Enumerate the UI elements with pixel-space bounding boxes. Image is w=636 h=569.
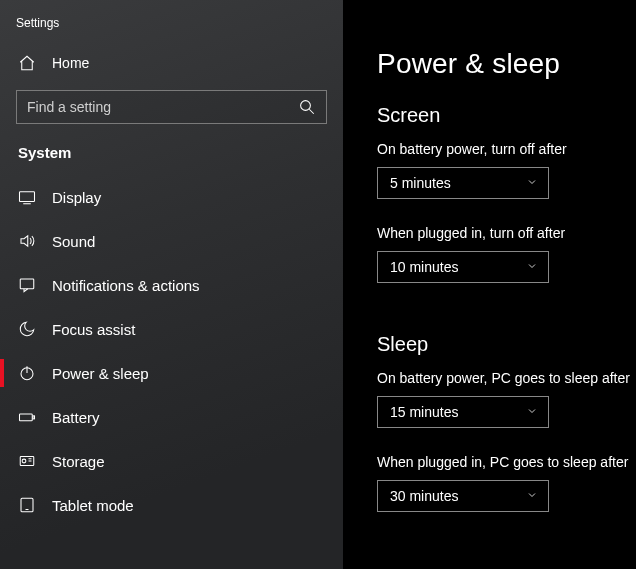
sidebar-item-label: Focus assist	[52, 321, 135, 338]
page-title: Power & sleep	[377, 48, 636, 80]
chevron-down-icon	[526, 259, 538, 275]
dropdown-value: 30 minutes	[390, 488, 458, 504]
category-heading: System	[0, 138, 343, 175]
chevron-down-icon	[526, 404, 538, 420]
section-title-sleep: Sleep	[377, 333, 636, 356]
sidebar-item-label: Display	[52, 189, 101, 206]
dropdown-value: 15 minutes	[390, 404, 458, 420]
sidebar-item-tablet-mode[interactable]: Tablet mode	[0, 483, 343, 527]
home-link[interactable]: Home	[0, 44, 343, 82]
battery-icon	[18, 408, 36, 426]
field-label: On battery power, PC goes to sleep after	[377, 370, 636, 386]
field-sleep-battery: On battery power, PC goes to sleep after…	[377, 370, 636, 428]
dropdown-screen-battery[interactable]: 5 minutes	[377, 167, 549, 199]
field-sleep-plugged: When plugged in, PC goes to sleep after …	[377, 454, 636, 512]
window-title: Settings	[0, 0, 343, 44]
dropdown-value: 10 minutes	[390, 259, 458, 275]
sidebar-item-battery[interactable]: Battery	[0, 395, 343, 439]
home-icon	[18, 54, 36, 72]
svg-point-10	[22, 459, 26, 463]
dropdown-sleep-plugged[interactable]: 30 minutes	[377, 480, 549, 512]
search-input[interactable]	[27, 99, 298, 115]
svg-rect-2	[20, 192, 35, 202]
svg-rect-8	[33, 416, 35, 419]
search-icon	[298, 98, 316, 116]
display-icon	[18, 188, 36, 206]
sidebar-item-storage[interactable]: Storage	[0, 439, 343, 483]
sidebar-item-power-sleep[interactable]: Power & sleep	[0, 351, 343, 395]
chevron-down-icon	[526, 175, 538, 191]
nav-list: Display Sound Notifications & actions Fo…	[0, 175, 343, 527]
tablet-icon	[18, 496, 36, 514]
sidebar-item-focus-assist[interactable]: Focus assist	[0, 307, 343, 351]
field-screen-plugged: When plugged in, turn off after 10 minut…	[377, 225, 636, 283]
dropdown-screen-plugged[interactable]: 10 minutes	[377, 251, 549, 283]
sidebar-item-display[interactable]: Display	[0, 175, 343, 219]
sound-icon	[18, 232, 36, 250]
dropdown-sleep-battery[interactable]: 15 minutes	[377, 396, 549, 428]
field-label: When plugged in, PC goes to sleep after	[377, 454, 636, 470]
sidebar-item-notifications[interactable]: Notifications & actions	[0, 263, 343, 307]
sidebar-item-sound[interactable]: Sound	[0, 219, 343, 263]
sidebar: Settings Home System Display Sound	[0, 0, 343, 569]
field-label: When plugged in, turn off after	[377, 225, 636, 241]
sidebar-item-label: Storage	[52, 453, 105, 470]
sidebar-item-label: Notifications & actions	[52, 277, 200, 294]
home-label: Home	[52, 55, 89, 71]
dropdown-value: 5 minutes	[390, 175, 451, 191]
section-title-screen: Screen	[377, 104, 636, 127]
search-box[interactable]	[16, 90, 327, 124]
svg-line-1	[309, 109, 314, 114]
sidebar-item-label: Battery	[52, 409, 100, 426]
field-screen-battery: On battery power, turn off after 5 minut…	[377, 141, 636, 199]
sidebar-item-label: Sound	[52, 233, 95, 250]
svg-rect-4	[20, 279, 34, 289]
power-icon	[18, 364, 36, 382]
sidebar-item-label: Tablet mode	[52, 497, 134, 514]
content-pane: Power & sleep Screen On battery power, t…	[343, 0, 636, 569]
storage-icon	[18, 452, 36, 470]
svg-point-0	[301, 101, 311, 111]
notifications-icon	[18, 276, 36, 294]
svg-rect-7	[20, 414, 33, 421]
chevron-down-icon	[526, 488, 538, 504]
field-label: On battery power, turn off after	[377, 141, 636, 157]
sidebar-item-label: Power & sleep	[52, 365, 149, 382]
focus-assist-icon	[18, 320, 36, 338]
